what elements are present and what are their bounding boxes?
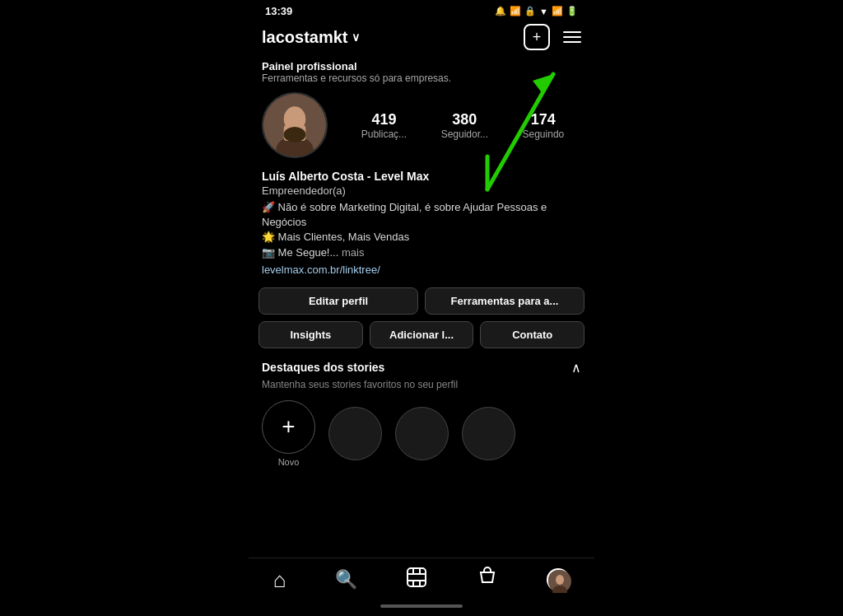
stat-following[interactable]: 174 Seguindo (523, 111, 565, 140)
svg-rect-10 (412, 568, 414, 573)
button-row-1: Editar perfil Ferramentas para a... (258, 287, 585, 315)
new-highlight-label: Novo (278, 457, 300, 467)
bio-section: Luís Alberto Costa - Level Max Empreende… (249, 170, 594, 276)
plus-icon: + (533, 29, 542, 46)
svg-point-15 (556, 575, 564, 585)
gesture-bar (249, 600, 594, 616)
avatar[interactable] (262, 92, 328, 158)
nav-home[interactable]: ⌂ (273, 567, 286, 593)
highlights-collapse-icon[interactable]: ∧ (571, 360, 581, 376)
username-area[interactable]: lacostamkt ∨ (262, 28, 360, 47)
profile-role: Empreendedor(a) (262, 184, 581, 197)
following-count: 174 (531, 111, 556, 128)
following-label: Seguindo (523, 128, 565, 140)
stat-posts[interactable]: 419 Publicaç... (361, 111, 407, 140)
professional-panel-subtitle: Ferramentas e recursos só para empresas. (262, 72, 581, 84)
svg-point-6 (284, 127, 306, 142)
highlights-section: Destaques dos stories ∧ Mantenha seus st… (249, 360, 594, 467)
status-time: 13:39 (265, 5, 292, 17)
profile-bio: 🚀 Não é sobre Marketing Digital, é sobre… (262, 200, 581, 260)
shop-icon (477, 567, 498, 593)
username-label: lacostamkt (262, 28, 348, 47)
svg-rect-13 (419, 581, 421, 586)
posts-label: Publicaç... (361, 128, 407, 140)
tools-button[interactable]: Ferramentas para a... (425, 287, 585, 315)
svg-rect-7 (408, 568, 426, 586)
highlights-circles: + Novo (262, 400, 581, 467)
followers-count: 380 (452, 111, 477, 128)
status-bar: 13:39 🔔 📶 🔒 ▼ 📶 🔋 (249, 0, 594, 21)
add-highlight-icon: + (282, 413, 295, 440)
menu-button[interactable] (563, 31, 581, 43)
header: lacostamkt ∨ + (249, 21, 594, 57)
status-icons: 🔔 📶 🔒 ▼ 📶 🔋 (495, 6, 578, 16)
svg-rect-12 (412, 581, 414, 586)
contact-button[interactable]: Contato (480, 321, 585, 348)
add-link-button[interactable]: Adicionar l... (370, 321, 474, 348)
nav-shop[interactable] (477, 567, 498, 593)
highlight-item-1[interactable] (328, 407, 382, 460)
posts-count: 419 (371, 111, 396, 128)
home-icon: ⌂ (273, 567, 286, 593)
profile-name: Luís Alberto Costa - Level Max (262, 170, 581, 183)
nav-search[interactable]: 🔍 (335, 569, 357, 590)
svg-rect-8 (408, 573, 426, 575)
insights-button[interactable]: Insights (258, 321, 363, 348)
bio-more-link[interactable]: mais (338, 246, 364, 259)
highlight-item-3[interactable] (462, 407, 515, 460)
nav-profile[interactable] (547, 568, 570, 591)
reels-icon (406, 567, 427, 593)
highlights-title: Destaques dos stories (262, 361, 384, 374)
new-highlight[interactable]: + Novo (262, 400, 315, 467)
profile-link[interactable]: levelmax.com.br/linktree/ (262, 264, 581, 276)
action-buttons: Editar perfil Ferramentas para a... Insi… (249, 287, 594, 348)
gesture-pill (380, 604, 463, 608)
button-row-2: Insights Adicionar l... Contato (258, 321, 585, 348)
professional-panel-title: Painel profissional (262, 60, 581, 72)
profile-avatar-nav (547, 568, 570, 591)
bottom-nav: ⌂ 🔍 (249, 558, 594, 600)
stats-area: 419 Publicaç... 380 Seguidor... 174 Segu… (344, 111, 581, 140)
svg-rect-9 (408, 580, 426, 581)
highlights-subtitle: Mantenha seus stories favoritos no seu p… (262, 379, 581, 390)
add-post-button[interactable]: + (524, 24, 550, 50)
stat-followers[interactable]: 380 Seguidor... (441, 111, 488, 140)
svg-rect-11 (419, 568, 421, 573)
nav-reels[interactable] (406, 567, 427, 593)
highlight-item-2[interactable] (395, 407, 449, 460)
edit-profile-button[interactable]: Editar perfil (258, 287, 418, 315)
followers-label: Seguidor... (441, 128, 488, 140)
profile-section: 419 Publicaç... 380 Seguidor... 174 Segu… (249, 92, 594, 158)
search-icon: 🔍 (335, 569, 357, 590)
chevron-down-icon: ∨ (352, 30, 360, 44)
professional-panel[interactable]: Painel profissional Ferramentas e recurs… (262, 60, 581, 84)
header-icons: + (524, 24, 581, 50)
